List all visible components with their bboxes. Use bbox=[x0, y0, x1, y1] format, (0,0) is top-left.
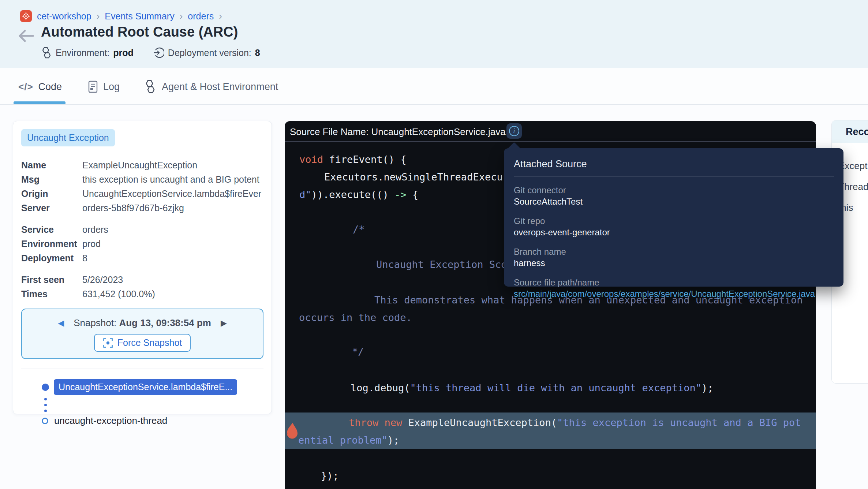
detail-value: 631,452 (100.0%) bbox=[82, 289, 265, 299]
side-panel-header: Recor bbox=[832, 120, 868, 143]
detail-label: Server bbox=[21, 203, 82, 213]
force-snapshot-button[interactable]: Force Snapshot bbox=[94, 334, 191, 352]
stack-frame-thread[interactable]: uncaught-exception-thread bbox=[21, 415, 272, 426]
detail-value: orders-5b8f97d67b-6zjkg bbox=[82, 203, 265, 213]
side-panel-title: Recor bbox=[846, 126, 868, 138]
code-line: Uncaught Exception Sce bbox=[376, 256, 507, 273]
event-type-badge: Uncaught Exception bbox=[21, 129, 115, 146]
detail-label: First seen bbox=[21, 275, 82, 285]
info-icon: i bbox=[509, 126, 519, 136]
detail-value: 8 bbox=[82, 253, 265, 264]
detail-label: Msg bbox=[21, 174, 82, 185]
breadcrumb-item-workspace[interactable]: cet-workshop bbox=[37, 11, 91, 22]
detail-label: Deployment bbox=[21, 253, 82, 264]
event-details-group-2: Serviceorders Environmentprod Deployment… bbox=[21, 223, 272, 265]
code-tab-icon: </> bbox=[18, 81, 33, 93]
environment-value: prod bbox=[113, 48, 134, 58]
back-arrow-icon[interactable] bbox=[18, 29, 34, 42]
detail-label: Service bbox=[21, 224, 82, 235]
tab-log[interactable]: Log bbox=[88, 68, 120, 105]
source-file-path-link[interactable]: src/main/java/com/overops/examples/servi… bbox=[514, 288, 834, 300]
detail-label: Name bbox=[21, 160, 82, 171]
breadcrumb-separator: › bbox=[97, 11, 100, 22]
event-summary-card: Uncaught Exception NameExampleUncaughtEx… bbox=[13, 121, 272, 414]
flame-event-icon[interactable] bbox=[285, 422, 299, 440]
source-file-name: Source File Name: UncaughtExceptionServi… bbox=[290, 126, 506, 138]
stack-frame-list: UncaughtExceptionService.lambda$fireE...… bbox=[21, 379, 272, 426]
card-divider bbox=[21, 369, 263, 369]
event-details-group-3: First seen5/26/2023 Times631,452 (100.0%… bbox=[21, 273, 272, 301]
detail-label: Environment bbox=[21, 239, 82, 249]
code-line: /* bbox=[353, 221, 365, 238]
tooltip-divider bbox=[514, 176, 834, 177]
hexagons-icon bbox=[143, 79, 157, 94]
attached-source-info-button[interactable]: i bbox=[506, 123, 522, 139]
detail-value: this exception is uncaught and a BIG pot… bbox=[82, 174, 265, 185]
code-viewer-header: Source File Name: UncaughtExceptionServi… bbox=[285, 121, 816, 142]
code-line: */ bbox=[352, 343, 364, 361]
detail-label: Times bbox=[21, 289, 82, 299]
log-tab-icon bbox=[88, 81, 98, 93]
snapshot-timestamp: Aug 13, 09:38:54 pm bbox=[119, 317, 211, 328]
deployment-label: Deployment version: bbox=[168, 48, 251, 58]
tooltip-field-source-path: Source file path/name src/main/java/com/… bbox=[514, 277, 834, 300]
tooltip-title: Attached Source bbox=[514, 158, 834, 170]
code-line: throw new ExampleUncaughtException("this… bbox=[349, 414, 801, 432]
code-line: d")).execute(() -> { bbox=[299, 186, 418, 204]
tab-bar: </> Code Log Agent & Host Environment Se… bbox=[0, 68, 868, 105]
tooltip-field-branch-name: Branch name harness bbox=[514, 246, 834, 269]
environment-icon bbox=[41, 47, 52, 59]
event-details-group-1: NameExampleUncaughtException Msgthis exc… bbox=[21, 158, 272, 215]
attached-source-tooltip: Attached Source Git connector SourceAtta… bbox=[504, 148, 843, 287]
page-header: cet-workshop › Events Summary › orders ›… bbox=[0, 0, 868, 68]
detail-value: 5/26/2023 bbox=[82, 275, 265, 285]
code-line: }); bbox=[321, 467, 339, 485]
detail-value: orders bbox=[82, 224, 265, 235]
code-line: void fireEvent() { bbox=[299, 151, 407, 168]
code-line: ential problem"); bbox=[298, 432, 399, 449]
event-meta-row: Environment: prod Deployment version: 8 bbox=[41, 47, 260, 59]
snapshot-label: Snapshot: Aug 13, 09:38:54 pm bbox=[74, 317, 211, 329]
app-logo-icon[interactable] bbox=[20, 10, 32, 22]
stack-frame-selected[interactable]: UncaughtExceptionService.lambda$fireE... bbox=[21, 379, 272, 395]
detail-value: prod bbox=[82, 239, 265, 249]
tab-code[interactable]: </> Code bbox=[18, 68, 62, 105]
breadcrumb-separator: › bbox=[219, 11, 222, 22]
breadcrumb-item-service[interactable]: orders bbox=[188, 11, 214, 22]
environment-label: Environment: bbox=[56, 48, 109, 58]
stack-ring-icon bbox=[42, 418, 48, 424]
breadcrumb: cet-workshop › Events Summary › orders › bbox=[20, 10, 222, 22]
tab-agent-host-environment[interactable]: Agent & Host Environment bbox=[143, 68, 278, 105]
active-tab-underline bbox=[14, 101, 66, 104]
code-line: Executors.newSingleThreadExecu bbox=[324, 168, 503, 186]
deployment-value: 8 bbox=[255, 48, 260, 58]
stack-frame-label: UncaughtExceptionService.lambda$fireE... bbox=[54, 379, 237, 395]
tooltip-field-git-repo: Git repo overops-event-generator bbox=[514, 215, 834, 238]
page-title: Automated Root Cause (ARC) bbox=[41, 24, 238, 40]
tooltip-field-git-connector: Git connector SourceAttachTest bbox=[514, 184, 834, 208]
force-snapshot-icon bbox=[103, 338, 113, 348]
detail-value: UncaughtExceptionService.lambda$fireEver bbox=[82, 188, 265, 199]
breadcrumb-separator: › bbox=[180, 11, 183, 22]
deployment-icon bbox=[153, 47, 164, 58]
stack-connector-dots bbox=[44, 398, 272, 412]
snapshot-navigator: ◀ Snapshot: Aug 13, 09:38:54 pm ▶ Force … bbox=[21, 309, 263, 359]
detail-value: ExampleUncaughtException bbox=[82, 160, 265, 171]
code-line: occurs in the code. bbox=[299, 309, 412, 326]
code-line: log.debug("this thread will die with an … bbox=[351, 379, 714, 397]
detail-label: Origin bbox=[21, 188, 82, 199]
breadcrumb-item-events-summary[interactable]: Events Summary bbox=[105, 11, 174, 22]
snapshot-next-button[interactable]: ▶ bbox=[221, 319, 227, 327]
stack-dot-icon bbox=[42, 384, 49, 391]
snapshot-prev-button[interactable]: ◀ bbox=[58, 319, 64, 327]
stack-thread-label: uncaught-exception-thread bbox=[54, 415, 167, 426]
